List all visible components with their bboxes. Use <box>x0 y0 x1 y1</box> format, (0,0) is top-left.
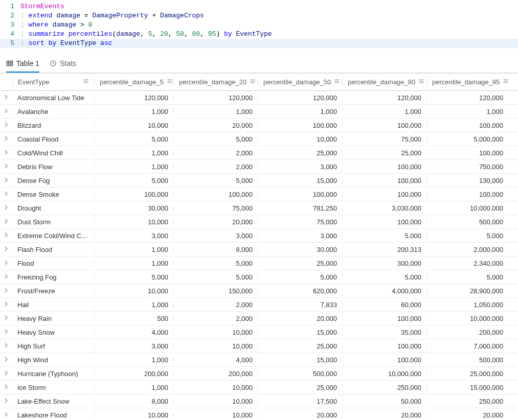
table-row[interactable]: Dense Fog5,0005,00015,000100,000130,000 <box>0 174 518 188</box>
code-line[interactable]: 3| where damage > 0 <box>0 20 518 30</box>
tab-stats[interactable]: Stats <box>50 59 76 73</box>
code-line[interactable]: 1StormEvents <box>0 2 518 11</box>
expand-row-icon[interactable] <box>0 122 12 128</box>
code-content[interactable]: | where damage > 0 <box>20 20 518 30</box>
expand-row-icon[interactable] <box>0 232 12 239</box>
column-menu-icon[interactable] <box>503 78 508 86</box>
code-content[interactable]: | sort by EventType asc <box>20 39 518 48</box>
cell: 1,000 <box>173 108 258 115</box>
expand-row-icon[interactable] <box>0 191 12 197</box>
table-row[interactable]: Dust Storm10,00020,00075,000100,000500,0… <box>0 215 518 229</box>
grid-header-row: EventType percentile_damage_5 percentile… <box>0 74 518 91</box>
expand-row-icon[interactable] <box>0 301 12 308</box>
cell: 20,000 <box>258 315 342 322</box>
table-row[interactable]: Freezing Fog5,0005,0005,0005,0005,000 <box>0 270 518 284</box>
table-row[interactable]: Heavy Snow4,00010,00015,00035,000200,000 <box>0 325 518 339</box>
table-row[interactable]: Drought30,00075,000781,2503,030,00010,00… <box>0 201 518 215</box>
cell: 4,000,000 <box>342 287 426 295</box>
column-header-label: percentile_damage_95 <box>432 78 500 86</box>
column-header[interactable]: percentile_damage_80 <box>342 78 426 86</box>
expand-row-icon[interactable] <box>0 274 12 280</box>
cell: 620,000 <box>258 287 342 295</box>
cell: 30,000 <box>94 204 173 212</box>
line-number: 5 <box>0 39 20 48</box>
column-header[interactable]: EventType <box>12 78 94 86</box>
table-row[interactable]: Astronomical Low Tide120,000120,000120,0… <box>0 91 518 105</box>
cell: 1,000 <box>94 384 173 391</box>
table-row[interactable]: Hail1,0002,0007,83360,0001,050,000 <box>0 298 518 312</box>
table-row[interactable]: Heavy Rain5002,00020,000100,00010,000,00… <box>0 312 518 325</box>
cell: 5,000 <box>173 260 258 267</box>
table-row[interactable]: Blizzard10,00020,000100,000100,000100,00… <box>0 119 518 132</box>
results-grid: EventType percentile_damage_5 percentile… <box>0 73 518 420</box>
expand-row-icon[interactable] <box>0 329 12 335</box>
code-line[interactable]: 2| extend damage = DamageProperty + Dama… <box>0 11 518 20</box>
expand-row-icon[interactable] <box>0 260 12 266</box>
expand-row-icon[interactable] <box>0 177 12 183</box>
column-menu-icon[interactable] <box>418 78 424 86</box>
expand-row-icon[interactable] <box>0 95 12 101</box>
table-row[interactable]: Frost/Freeze10,000150,000620,0004,000,00… <box>0 284 518 298</box>
expand-row-icon[interactable] <box>0 398 12 404</box>
expand-row-icon[interactable] <box>0 384 12 390</box>
expand-row-icon[interactable] <box>0 246 12 252</box>
cell: 100,000 <box>342 122 426 129</box>
expand-row-icon[interactable] <box>0 150 12 156</box>
column-menu-icon[interactable] <box>250 78 256 86</box>
cell: 4,000 <box>173 356 258 364</box>
table-row[interactable]: Flash Flood1,0008,00030,000200,3132,000,… <box>0 243 518 256</box>
table-row[interactable]: High Wind1,0004,00015,000100,000500,000 <box>0 353 518 367</box>
expand-row-icon[interactable] <box>0 205 12 211</box>
code-content[interactable]: | summarize percentiles(damage, 5, 20, 5… <box>20 30 518 39</box>
code-line[interactable]: 4| summarize percentiles(damage, 5, 20, … <box>0 30 518 39</box>
expand-row-icon[interactable] <box>0 343 12 349</box>
table-row[interactable]: Cold/Wind Chill1,0002,00025,00025,000100… <box>0 146 518 160</box>
expand-row-icon[interactable] <box>0 315 12 321</box>
table-row[interactable]: Extreme Cold/Wind Chill3,0003,0003,0005,… <box>0 229 518 243</box>
code-line[interactable]: 5| sort by EventType asc <box>0 39 518 48</box>
expand-row-icon[interactable] <box>0 136 12 142</box>
table-row[interactable]: Lakeshore Flood10,00010,00020,00020,0002… <box>0 408 518 420</box>
expand-row-icon[interactable] <box>0 357 12 363</box>
column-menu-icon[interactable] <box>83 78 89 86</box>
cell: Frost/Freeze <box>12 287 94 295</box>
cell: 10,000,000 <box>426 204 508 212</box>
tab-table[interactable]: Table 1 <box>6 59 39 73</box>
cell: 3,000 <box>258 232 342 240</box>
table-row[interactable]: Ice Storm1,00010,00025,000250,00015,000,… <box>0 381 518 394</box>
expand-row-icon[interactable] <box>0 288 12 294</box>
cell: 1,000 <box>94 149 173 157</box>
cell: 100,000 <box>94 191 173 198</box>
code-content[interactable]: StormEvents <box>20 2 518 11</box>
expand-row-icon[interactable] <box>0 108 12 114</box>
query-editor[interactable]: 1StormEvents2| extend damage = DamagePro… <box>0 0 518 54</box>
expand-row-icon[interactable] <box>0 412 12 418</box>
column-header[interactable]: percentile_damage_5 <box>94 78 173 86</box>
code-content[interactable]: | extend damage = DamageProperty + Damag… <box>20 11 518 20</box>
table-row[interactable]: Coastal Flood5,0005,00010,00075,0005,000… <box>0 132 518 146</box>
expand-row-icon[interactable] <box>0 164 12 170</box>
cell: Dense Smoke <box>12 191 94 198</box>
column-header[interactable]: percentile_damage_20 <box>173 78 258 86</box>
table-row[interactable]: Dense Smoke100,000100,000100,000100,0001… <box>0 188 518 201</box>
table-row[interactable]: Avalanche1,0001,0001,0001,0001,000 <box>0 105 518 119</box>
table-row[interactable]: Flood1,0005,00025,000300,0002,340,000 <box>0 256 518 270</box>
cell: 10,000 <box>173 398 258 405</box>
table-row[interactable]: Debris Flow1,0002,0003,000100,000750,000 <box>0 160 518 174</box>
column-menu-icon[interactable] <box>167 78 173 86</box>
column-menu-icon[interactable] <box>334 78 340 86</box>
column-header[interactable]: percentile_damage_95 <box>426 78 508 86</box>
table-row[interactable]: High Surf3,00010,00025,000100,0007,000,0… <box>0 339 518 353</box>
cell: 10,000 <box>258 135 342 143</box>
cell: 5,000 <box>173 135 258 143</box>
cell: 7,000,000 <box>426 342 508 350</box>
table-row[interactable]: Lake-Effect Snow8,00010,00017,50050,0002… <box>0 394 518 408</box>
table-row[interactable]: Hurricane (Typhoon)200,000200,000500,000… <box>0 367 518 381</box>
expand-row-icon[interactable] <box>0 370 12 377</box>
cell: 2,000,000 <box>426 246 508 253</box>
cell: 17,500 <box>258 398 342 405</box>
expand-row-icon[interactable] <box>0 219 12 225</box>
cell: 500,000 <box>426 218 508 226</box>
cell: 500,000 <box>426 356 508 364</box>
column-header[interactable]: percentile_damage_50 <box>258 78 342 86</box>
